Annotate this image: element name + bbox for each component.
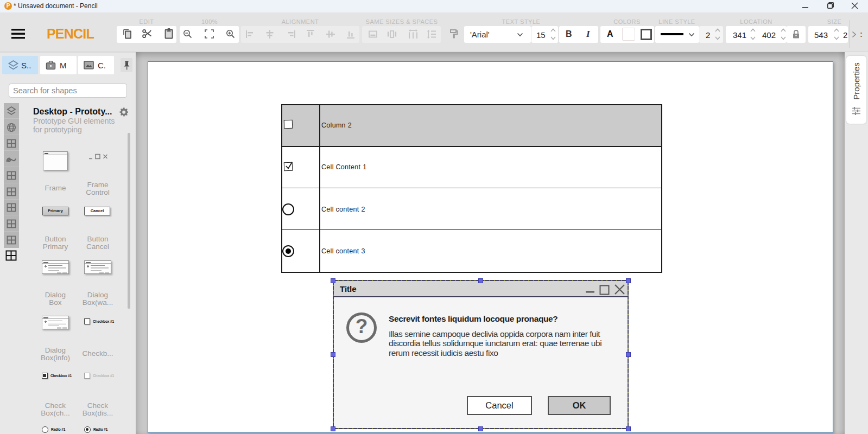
svg-text:?: ? xyxy=(356,315,368,337)
